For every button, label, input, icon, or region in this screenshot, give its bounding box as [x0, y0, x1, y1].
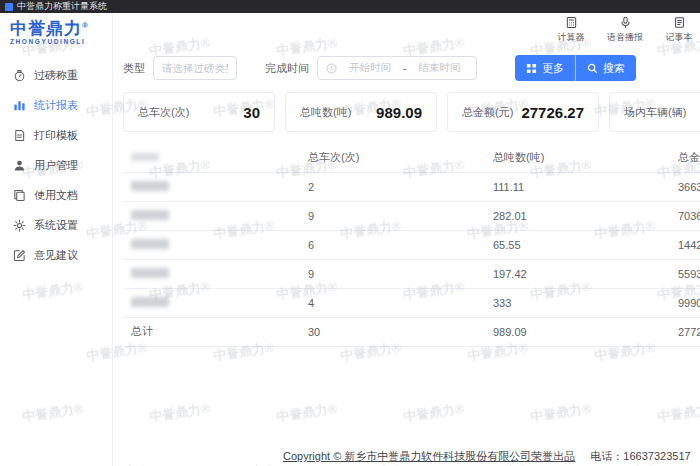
sidebar-menu: 过磅称重统计报表打印模板用户管理使用文档系统设置意见建议	[0, 60, 112, 270]
sidebar-item-label: 统计报表	[34, 98, 78, 113]
trips-cell: 9	[308, 259, 493, 288]
sidebar-item-settings[interactable]: 系统设置	[0, 210, 112, 240]
tons-cell: 65.55	[493, 230, 678, 259]
amount-cell: 5593.94	[678, 259, 700, 288]
redacted-block	[131, 181, 169, 191]
edit-icon	[13, 249, 26, 262]
name-cell	[123, 230, 308, 259]
user-icon	[13, 159, 26, 172]
window-title: 中誉鼎力称重计量系统	[17, 2, 107, 11]
action-label: 记事本	[666, 31, 693, 44]
summary-cards: 总车次(次)30总吨数(吨)989.09总金额(元)27726.27场内车辆(辆…	[123, 92, 700, 132]
tons-cell: 197.42	[493, 259, 678, 288]
summary-card-1: 总吨数(吨)989.09	[285, 92, 437, 132]
logo-text: 中誉鼎力	[10, 19, 82, 38]
search-button[interactable]: 搜索	[575, 55, 636, 81]
brand-logo: 中誉鼎力® ZHONGYUDINGLI	[0, 13, 112, 46]
trips-cell: 30	[308, 317, 493, 346]
range-dash: -	[403, 62, 407, 74]
phone-number: 电话：16637323517	[590, 450, 690, 462]
sidebar-item-label: 使用文档	[34, 188, 78, 203]
redacted-block	[131, 297, 169, 307]
filter-bar: 类型 完成时间 开始时间 - 结束时间 更多	[123, 55, 636, 81]
action-label: 计算器	[558, 31, 585, 44]
trips-cell: 4	[308, 288, 493, 317]
card-label: 总吨数(吨)	[300, 105, 351, 120]
copyright-link[interactable]: Copyright © 新乡市中誉鼎力软件科技股份有限公司荣誉出品	[283, 450, 575, 462]
amount-cell: 1442.89	[678, 230, 700, 259]
microphone-icon	[619, 16, 632, 29]
footer: Copyright © 新乡市中誉鼎力软件科技股份有限公司荣誉出品 电话：166…	[283, 449, 691, 464]
column-header: 总车次(次)	[308, 143, 493, 172]
summary-card-3: 场内车辆(辆)	[609, 92, 700, 132]
report-table-wrap: 总车次(次)总吨数(吨)总金额(元) 2111.1136639282.01703…	[123, 143, 700, 347]
quick-actions: 计算器语音播报记事本注册信息更	[553, 16, 700, 44]
more-filters-button[interactable]: 更多	[515, 55, 575, 81]
table-row: 2111.113663	[123, 172, 700, 201]
table-header-row: 总车次(次)总吨数(吨)总金额(元)	[123, 143, 700, 172]
sidebar-item-stats[interactable]: 统计报表	[0, 90, 112, 120]
column-header-redacted	[123, 143, 308, 172]
notepad-icon	[673, 16, 686, 29]
action-label: 语音播报	[607, 31, 643, 44]
sidebar-item-feedback[interactable]: 意见建议	[0, 240, 112, 270]
type-label: 类型	[123, 61, 145, 76]
name-cell	[123, 288, 308, 317]
tons-cell: 282.01	[493, 201, 678, 230]
end-time-placeholder: 结束时间	[410, 61, 468, 75]
grid-icon	[526, 63, 537, 74]
os-title-bar: 中誉鼎力称重计量系统	[0, 0, 700, 13]
document-copy-icon	[13, 189, 26, 202]
action-calculator[interactable]: 计算器	[553, 16, 589, 44]
sidebar-item-label: 用户管理	[34, 158, 78, 173]
start-time-placeholder: 开始时间	[341, 61, 399, 75]
card-value: 989.09	[376, 104, 422, 121]
action-notepad[interactable]: 记事本	[661, 16, 697, 44]
app-window: 中誉鼎力称重计量系统 中誉鼎力® ZHONGYUDINGLI 过磅称重统计报表打…	[0, 0, 700, 466]
redacted-block	[131, 153, 159, 161]
card-value: 27726.27	[521, 104, 584, 121]
sidebar-item-label: 打印模板	[34, 128, 78, 143]
sidebar-item-weigh[interactable]: 过磅称重	[0, 60, 112, 90]
amount-cell: 27726.27	[678, 317, 700, 346]
name-cell	[123, 172, 308, 201]
scale-icon	[13, 69, 26, 82]
date-range-picker[interactable]: 开始时间 - 结束时间	[317, 56, 477, 80]
card-label: 总车次(次)	[138, 105, 189, 120]
total-label-cell: 总计	[123, 317, 308, 346]
type-select[interactable]	[153, 56, 237, 80]
sidebar-item-label: 意见建议	[34, 248, 78, 263]
redacted-block	[131, 268, 169, 278]
summary-card-0: 总车次(次)30	[123, 92, 275, 132]
registered-mark: ®	[82, 21, 88, 30]
gear-icon	[13, 219, 26, 232]
main-content: 计算器语音播报记事本注册信息更 类型 完成时间 开始时间 - 结束时间	[113, 13, 700, 466]
tons-cell: 989.09	[493, 317, 678, 346]
bar-chart-icon	[13, 99, 26, 112]
calculator-icon	[565, 16, 578, 29]
redacted-block	[131, 239, 169, 249]
table-row: 43339990	[123, 288, 700, 317]
trips-cell: 6	[308, 230, 493, 259]
sidebar-item-users[interactable]: 用户管理	[0, 150, 112, 180]
table-total-row: 总计30989.0927726.27	[123, 317, 700, 346]
card-label: 总金额(元)	[462, 105, 513, 120]
name-cell	[123, 259, 308, 288]
column-header: 总金额(元)	[678, 143, 700, 172]
search-icon	[587, 63, 598, 74]
clock-icon	[326, 63, 337, 74]
action-voice[interactable]: 语音播报	[607, 16, 643, 44]
print-template-icon	[13, 129, 26, 142]
finish-time-label: 完成时间	[265, 61, 309, 76]
column-header: 总吨数(吨)	[493, 143, 678, 172]
summary-card-2: 总金额(元)27726.27	[447, 92, 599, 132]
table-row: 665.551442.89	[123, 230, 700, 259]
table-row: 9197.425593.94	[123, 259, 700, 288]
sidebar-item-docs[interactable]: 使用文档	[0, 180, 112, 210]
card-value: 30	[243, 104, 260, 121]
amount-cell: 9990	[678, 288, 700, 317]
filter-buttons: 更多 搜索	[515, 55, 636, 81]
sidebar-item-print[interactable]: 打印模板	[0, 120, 112, 150]
card-label: 场内车辆(辆)	[624, 105, 686, 120]
redacted-block	[131, 210, 169, 220]
